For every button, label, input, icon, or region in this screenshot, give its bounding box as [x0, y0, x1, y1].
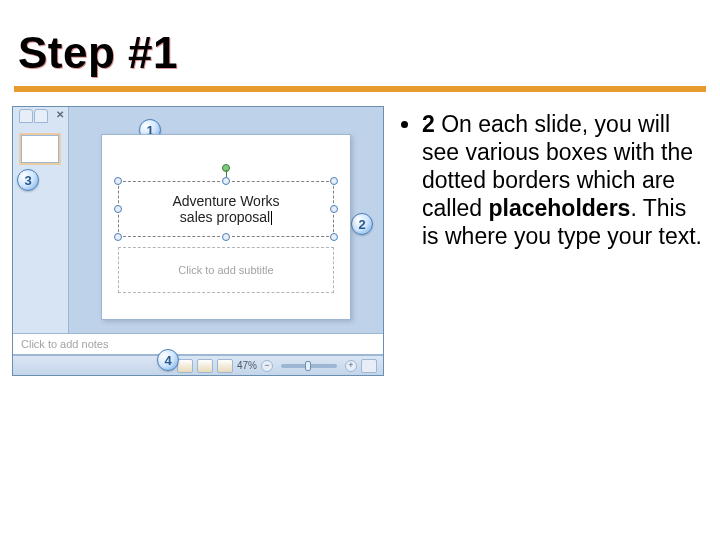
slideshow-view-button[interactable] — [217, 359, 233, 373]
notes-placeholder-text: Click to add notes — [21, 338, 108, 350]
slides-tab[interactable] — [19, 109, 33, 123]
slide-thumbnail-pane[interactable]: ✕ 3 — [13, 107, 69, 333]
text-cursor — [271, 211, 272, 225]
subtitle-placeholder[interactable]: Click to add subtitle — [118, 247, 334, 293]
status-bar: 47% − + — [13, 355, 383, 375]
rotate-connector — [226, 170, 227, 177]
callout-3: 3 — [17, 169, 39, 191]
zoom-out-button[interactable]: − — [261, 360, 273, 372]
slide-canvas[interactable]: Adventure Works sales proposal Click to … — [101, 134, 351, 320]
title-line1: Adventure Works — [172, 193, 279, 209]
slide-editor-pane: 1 2 Adventure — [69, 107, 383, 333]
title-text: Adventure Works sales proposal — [172, 193, 279, 225]
page-title: Step #1 — [0, 0, 720, 84]
bullet-lead-number: 2 — [422, 111, 435, 137]
title-placeholder[interactable]: Adventure Works sales proposal — [118, 181, 334, 237]
powerpoint-editor: ✕ 3 1 2 — [12, 106, 384, 376]
description-column: 2 On each slide, you will see various bo… — [398, 106, 708, 376]
heading-underline — [14, 86, 706, 92]
resize-handle-bl[interactable] — [114, 233, 122, 241]
bullet-keyword: placeholders — [488, 195, 630, 221]
title-line2: sales proposal — [180, 209, 270, 225]
content-row: ✕ 3 1 2 — [0, 106, 720, 376]
zoom-slider-thumb[interactable] — [305, 361, 311, 371]
resize-handle-br[interactable] — [330, 233, 338, 241]
resize-handle-mr[interactable] — [330, 205, 338, 213]
zoom-slider[interactable] — [281, 364, 337, 368]
ppt-main-area: ✕ 3 1 2 — [13, 107, 383, 333]
zoom-label: 47% — [237, 360, 257, 371]
thumbnail-tabs — [19, 109, 48, 123]
bullet-list: 2 On each slide, you will see various bo… — [398, 110, 708, 250]
outline-tab[interactable] — [34, 109, 48, 123]
resize-handle-ml[interactable] — [114, 205, 122, 213]
slide-thumbnail-1[interactable] — [21, 135, 59, 163]
callout-2: 2 — [351, 213, 373, 235]
resize-handle-tl[interactable] — [114, 177, 122, 185]
sorter-view-button[interactable] — [197, 359, 213, 373]
close-icon[interactable]: ✕ — [56, 109, 64, 120]
bullet-item: 2 On each slide, you will see various bo… — [422, 110, 708, 250]
resize-handle-tr[interactable] — [330, 177, 338, 185]
zoom-in-button[interactable]: + — [345, 360, 357, 372]
subtitle-placeholder-text: Click to add subtitle — [178, 264, 273, 276]
fit-to-window-button[interactable] — [361, 359, 377, 373]
resize-handle-bm[interactable] — [222, 233, 230, 241]
normal-view-button[interactable] — [177, 359, 193, 373]
resize-handle-tm[interactable] — [222, 177, 230, 185]
notes-pane[interactable]: Click to add notes — [13, 333, 383, 355]
callout-4: 4 — [157, 349, 179, 371]
